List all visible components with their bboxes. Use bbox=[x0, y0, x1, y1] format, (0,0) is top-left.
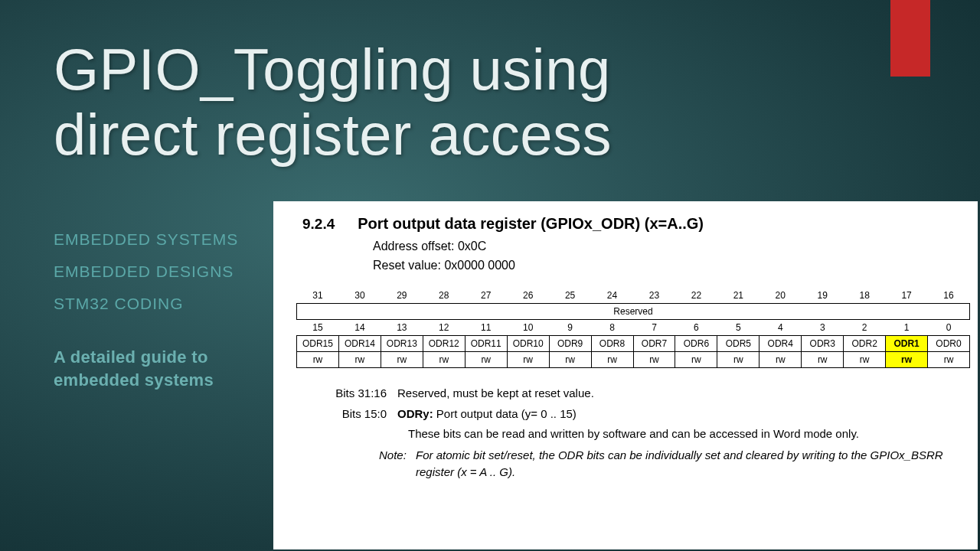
reset-value: Reset value: 0x0000 0000 bbox=[373, 256, 959, 276]
slide-subtitle: A detailed guide to embedded systems bbox=[54, 346, 214, 391]
doc-section-number: 9.2.4 bbox=[296, 216, 335, 233]
register-description: Bits 31:16 Reserved, must be kept at res… bbox=[333, 385, 959, 481]
bits-low-row: 15 14 13 12 11 10 9 8 7 6 5 4 3 2 1 0 bbox=[297, 319, 970, 335]
register-table: 31 30 29 28 27 26 25 24 23 22 21 20 19 1… bbox=[296, 288, 959, 368]
bits-15-0-text: ODRy: Port output data (y= 0 .. 15) bbox=[397, 406, 959, 422]
title-line-1: GPIO_Toggling using bbox=[54, 37, 611, 102]
tag-stm32-coding: STM32 CODING bbox=[54, 288, 238, 320]
tag-embedded-designs: EMBEDDED DESIGNS bbox=[54, 256, 238, 288]
bits-high-row: 31 30 29 28 27 26 25 24 23 22 21 20 19 1… bbox=[297, 288, 970, 304]
odr-row: ODR15 ODR14 ODR13 ODR12 ODR11 ODR10 ODR9… bbox=[297, 335, 970, 351]
address-offset: Address offset: 0x0C bbox=[373, 237, 959, 256]
note-label: Note: bbox=[379, 447, 416, 481]
tag-list: EMBEDDED SYSTEMS EMBEDDED DESIGNS STM32 … bbox=[54, 223, 238, 320]
bits-15-0-sub: These bits can be read and written by so… bbox=[408, 425, 959, 442]
doc-section-heading: 9.2.4 Port output data register (GPIOx_O… bbox=[296, 215, 959, 233]
slide-title: GPIO_Toggling using direct register acce… bbox=[54, 37, 612, 167]
bits-15-0-label: Bits 15:0 bbox=[333, 406, 397, 422]
datasheet-excerpt: 9.2.4 Port output data register (GPIOx_O… bbox=[273, 201, 978, 549]
rw-row: rw rw rw rw rw rw rw rw rw rw rw rw rw r… bbox=[297, 351, 970, 367]
rw-highlight: rw bbox=[886, 351, 928, 367]
note-row: Note: For atomic bit set/reset, the ODR … bbox=[379, 447, 959, 481]
odr1-highlight: ODR1 bbox=[886, 335, 928, 351]
bits-31-16-label: Bits 31:16 bbox=[333, 385, 397, 402]
title-line-2: direct register access bbox=[54, 102, 612, 167]
bits-31-16-text: Reserved, must be kept at reset value. bbox=[397, 385, 959, 402]
note-text: For atomic bit set/reset, the ODR bits c… bbox=[416, 447, 959, 481]
subtitle-line-2: embedded systems bbox=[54, 370, 214, 390]
reserved-row: Reserved bbox=[297, 303, 970, 319]
reserved-cell: Reserved bbox=[297, 303, 970, 319]
accent-bar bbox=[890, 0, 930, 77]
odry-bold: ODRy: bbox=[397, 407, 433, 420]
doc-section-title: Port output data register (GPIOx_ODR) (x… bbox=[358, 215, 704, 233]
tag-embedded-systems: EMBEDDED SYSTEMS bbox=[54, 223, 238, 256]
doc-meta: Address offset: 0x0C Reset value: 0x0000… bbox=[373, 237, 959, 276]
subtitle-line-1: A detailed guide to bbox=[54, 347, 208, 367]
